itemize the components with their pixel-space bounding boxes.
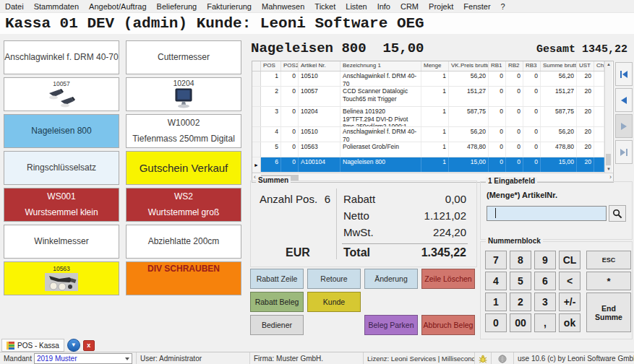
menu-item-fenster[interactable]: Fenster: [458, 1, 495, 12]
table-row[interactable]: 2010057CCD Scanner Datalogic Touch65 mit…: [252, 87, 604, 107]
keypad-key-2[interactable]: 2: [510, 292, 531, 311]
rabatt-beleg-button[interactable]: Rabatt Beleg: [250, 292, 304, 312]
last-record-button[interactable]: [615, 140, 633, 164]
product-tile-abziehlatte-200cm[interactable]: Abziehlatte 200cm: [126, 225, 241, 259]
zeile-l-schen-button[interactable]: Zeile Löschen: [421, 269, 475, 289]
keypad-key-1[interactable]: 1: [485, 292, 507, 311]
menu-item-projekt[interactable]: Projekt: [424, 1, 458, 12]
nderung-button[interactable]: Änderung: [364, 269, 418, 289]
record-navigation: [615, 62, 633, 166]
menu-item-stammdaten[interactable]: Stammdaten: [29, 1, 84, 12]
column-header-rb3[interactable]: RB3: [523, 61, 541, 71]
column-header-rb1[interactable]: RB1: [489, 61, 506, 71]
keypad-key-6[interactable]: 6: [534, 272, 556, 290]
close-tab-button[interactable]: x: [83, 340, 95, 351]
keypad-key-backspace[interactable]: <: [559, 272, 581, 290]
product-tile-anschlagwinkel-f-drm-40-70[interactable]: Anschlagwinkel f. DRM 40-70: [4, 40, 119, 74]
menu-item-datei[interactable]: Datei: [0, 1, 29, 12]
retoure-button[interactable]: Retoure: [307, 269, 361, 289]
column-header-artikel-nr[interactable]: Artikel Nr.: [299, 61, 340, 71]
mandant-select[interactable]: 2019 Muster: [34, 353, 132, 364]
table-row[interactable]: ►60A100104Nageleisen 800115,0000015,0020: [252, 157, 604, 173]
table-row[interactable]: 5010563Polieraset Grob/Fein1478,80000478…: [252, 142, 604, 157]
column-header-rb2[interactable]: RB2: [506, 61, 523, 71]
vertical-scroll-thumb[interactable]: [606, 154, 611, 165]
product-tile-ringschl-sselsatz[interactable]: Ringschlüsselsatz: [4, 151, 119, 185]
table-cell: 10057: [299, 87, 340, 106]
keypad-key-0[interactable]: 0: [485, 313, 507, 332]
menu-item-angebot-auftrag[interactable]: Angebot/Auftrag: [84, 1, 152, 12]
kunde-button[interactable]: Kunde: [307, 292, 361, 312]
product-tile-ws001[interactable]: WS001Wurstsemmel klein: [4, 188, 119, 222]
scroll-up-icon[interactable]: ▲: [605, 61, 612, 68]
column-header-ust[interactable]: UST: [577, 61, 594, 71]
menu-item-fakturierung[interactable]: Fakturierung: [202, 1, 257, 12]
keypad-key-7[interactable]: 7: [485, 251, 507, 269]
abbruch-beleg-button[interactable]: Abbruch Beleg: [421, 315, 475, 335]
multiply-button[interactable]: *: [586, 272, 631, 290]
bediener-button[interactable]: Bediener: [250, 315, 304, 335]
keypad-key-comma[interactable]: ,: [534, 313, 556, 332]
keypad-key-8[interactable]: 8: [510, 251, 531, 269]
column-header-char[interactable]: Char: [594, 61, 604, 71]
product-tile-ws2[interactable]: WS2Wurtstemmel groß: [126, 188, 241, 222]
column-header-pos2[interactable]: POS2: [281, 61, 299, 71]
keypad-key-cl[interactable]: CL: [559, 251, 581, 269]
next-record-button[interactable]: [615, 114, 633, 138]
menu-item-listen[interactable]: Listen: [340, 1, 372, 12]
tab-list-button[interactable]: ▼: [67, 339, 80, 352]
table-cell: 2: [261, 87, 281, 106]
table-cell: 56,20: [541, 72, 577, 86]
article-search-button[interactable]: [609, 205, 626, 222]
next-record-icon: [620, 123, 627, 130]
column-header-bezeichnung-1[interactable]: Bezeichnung 1: [340, 61, 421, 71]
table-vertical-scrollbar[interactable]: ▲ ▼: [604, 61, 612, 173]
article-number-input[interactable]: [487, 206, 607, 221]
table-row[interactable]: 4010510Anschlagwinkel f. DRM 40-70156,20…: [252, 127, 604, 142]
column-header-menge[interactable]: Menge: [421, 61, 449, 71]
row-indicator: [252, 87, 261, 106]
product-tile-div-schrauben[interactable]: DIV SCHRAUBEN: [126, 261, 241, 295]
product-tile-cuttermesser[interactable]: Cuttermesser: [126, 40, 241, 74]
product-tile-label: Tiefenmass 250mm Digital: [132, 134, 235, 144]
column-header-pos[interactable]: POS: [261, 61, 281, 71]
table-cell: 0: [489, 87, 506, 106]
product-tile-10057[interactable]: 10057: [4, 77, 119, 111]
keypad-key-9[interactable]: 9: [534, 251, 556, 269]
previous-record-button[interactable]: [615, 88, 633, 112]
menu-item-[interactable]: ?: [496, 1, 510, 12]
keypad-key-ok[interactable]: ok: [559, 313, 581, 332]
menu-item-ticket[interactable]: Ticket: [309, 1, 340, 12]
menu-item-mahnwesen[interactable]: Mahnwesen: [257, 1, 309, 12]
column-header-summe-brutto[interactable]: Summe brutto: [541, 61, 577, 71]
firma-label: Firma: Muster GmbH.: [254, 355, 323, 363]
keypad-key-plusminus[interactable]: +/-: [559, 292, 581, 311]
keypad-key-5[interactable]: 5: [510, 272, 531, 290]
product-tile-10204[interactable]: 10204: [126, 77, 241, 111]
product-tile-w10002[interactable]: W10002Tiefenmass 250mm Digital: [126, 114, 241, 148]
beleg-parken-button[interactable]: Beleg Parken: [364, 315, 418, 335]
column-header-vk-preis-brutto[interactable]: VK.Preis brutto: [449, 61, 489, 71]
keypad-key-4[interactable]: 4: [485, 272, 507, 290]
table-row[interactable]: 3010204Belinea 101920 19"TFT.294 DVI-D P…: [252, 107, 604, 127]
scroll-right-icon[interactable]: ›: [609, 173, 612, 181]
keypad-key-00[interactable]: 00: [510, 313, 531, 332]
menu-item-belieferung[interactable]: Belieferung: [152, 1, 202, 12]
product-tile-10563[interactable]: 10563: [4, 261, 119, 295]
table-cell: 1: [421, 107, 449, 126]
keypad-key-3[interactable]: 3: [534, 292, 556, 311]
product-tile-winkelmesser[interactable]: Winkelmesser: [4, 225, 119, 259]
tab-pos-kassa[interactable]: POS - Kassa: [1, 339, 64, 352]
product-tile-gutschein-verkauf[interactable]: Gutschein Verkauf: [126, 151, 241, 185]
menu-item-info[interactable]: Info: [372, 1, 395, 12]
scroll-down-icon[interactable]: ▼: [605, 166, 612, 173]
rabatt-zeile-button[interactable]: Rabatt Zeile: [250, 269, 304, 289]
esc-button[interactable]: ESC: [586, 251, 631, 269]
menu-item-crm[interactable]: CRM: [395, 1, 424, 12]
table-cell: 0: [281, 87, 299, 106]
mwst-value: 224,20: [433, 226, 466, 238]
end-summe-button[interactable]: End Summe: [586, 292, 631, 332]
table-row[interactable]: 1010510Anschlagwinkel f. DRM 40-70156,20…: [252, 72, 604, 87]
first-record-button[interactable]: [615, 62, 633, 86]
product-tile-nageleisen-800[interactable]: Nageleisen 800: [4, 114, 119, 148]
